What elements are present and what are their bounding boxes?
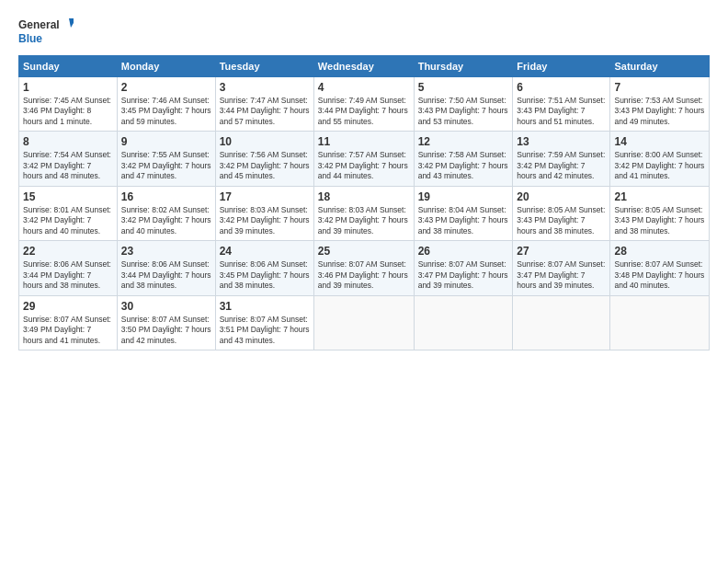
day-number: 9 <box>121 135 211 148</box>
day-info: Sunrise: 7:59 AM Sunset: 3:42 PM Dayligh… <box>517 150 606 181</box>
day-cell: 31Sunrise: 8:07 AM Sunset: 3:51 PM Dayli… <box>215 295 313 350</box>
day-cell: 4Sunrise: 7:49 AM Sunset: 3:44 PM Daylig… <box>313 77 414 132</box>
day-cell: 17Sunrise: 8:03 AM Sunset: 3:42 PM Dayli… <box>215 186 313 240</box>
day-cell: 14Sunrise: 8:00 AM Sunset: 3:42 PM Dayli… <box>610 132 710 186</box>
day-cell: 5Sunrise: 7:50 AM Sunset: 3:43 PM Daylig… <box>414 77 513 132</box>
day-cell <box>313 295 414 350</box>
day-cell: 16Sunrise: 8:02 AM Sunset: 3:42 PM Dayli… <box>117 186 215 240</box>
day-info: Sunrise: 8:06 AM Sunset: 3:45 PM Dayligh… <box>220 259 310 291</box>
svg-marker-2 <box>69 18 74 28</box>
day-info: Sunrise: 8:06 AM Sunset: 3:44 PM Dayligh… <box>23 259 113 291</box>
day-number: 14 <box>614 135 705 148</box>
day-number: 27 <box>517 245 606 258</box>
day-info: Sunrise: 7:45 AM Sunset: 3:46 PM Dayligh… <box>23 96 113 127</box>
day-info: Sunrise: 8:05 AM Sunset: 3:43 PM Dayligh… <box>614 205 705 236</box>
day-number: 12 <box>418 135 509 148</box>
day-info: Sunrise: 7:55 AM Sunset: 3:42 PM Dayligh… <box>121 150 211 181</box>
day-number: 16 <box>121 190 211 203</box>
day-number: 2 <box>121 81 211 94</box>
header-row: SundayMondayTuesdayWednesdayThursdayFrid… <box>19 56 710 77</box>
day-cell: 21Sunrise: 8:05 AM Sunset: 3:43 PM Dayli… <box>610 186 710 240</box>
day-cell: 24Sunrise: 8:06 AM Sunset: 3:45 PM Dayli… <box>215 241 313 295</box>
day-cell: 15Sunrise: 8:01 AM Sunset: 3:42 PM Dayli… <box>19 186 118 240</box>
header: General Blue <box>18 15 710 48</box>
day-cell: 7Sunrise: 7:53 AM Sunset: 3:43 PM Daylig… <box>610 77 710 132</box>
day-number: 15 <box>23 190 113 203</box>
col-header-saturday: Saturday <box>610 56 710 77</box>
day-cell: 6Sunrise: 7:51 AM Sunset: 3:43 PM Daylig… <box>513 77 610 132</box>
week-row-1: 1Sunrise: 7:45 AM Sunset: 3:46 PM Daylig… <box>19 77 710 132</box>
day-cell: 1Sunrise: 7:45 AM Sunset: 3:46 PM Daylig… <box>19 77 118 132</box>
day-number: 11 <box>318 135 410 148</box>
day-info: Sunrise: 7:57 AM Sunset: 3:42 PM Dayligh… <box>318 150 410 181</box>
day-number: 17 <box>220 190 310 203</box>
day-info: Sunrise: 8:02 AM Sunset: 3:42 PM Dayligh… <box>121 205 211 236</box>
day-cell: 27Sunrise: 8:07 AM Sunset: 3:47 PM Dayli… <box>513 241 610 295</box>
day-info: Sunrise: 8:07 AM Sunset: 3:47 PM Dayligh… <box>517 259 606 291</box>
day-info: Sunrise: 7:46 AM Sunset: 3:45 PM Dayligh… <box>121 96 211 127</box>
day-cell: 30Sunrise: 8:07 AM Sunset: 3:50 PM Dayli… <box>117 295 215 350</box>
day-info: Sunrise: 8:07 AM Sunset: 3:46 PM Dayligh… <box>318 259 410 291</box>
day-info: Sunrise: 8:07 AM Sunset: 3:49 PM Dayligh… <box>23 315 113 346</box>
page: General Blue SundayMondayTuesdayWednesda… <box>0 0 728 563</box>
day-info: Sunrise: 8:04 AM Sunset: 3:43 PM Dayligh… <box>418 205 509 236</box>
day-cell: 11Sunrise: 7:57 AM Sunset: 3:42 PM Dayli… <box>313 132 414 186</box>
day-number: 1 <box>23 81 113 94</box>
calendar-table: SundayMondayTuesdayWednesdayThursdayFrid… <box>18 55 710 350</box>
day-number: 18 <box>318 190 410 203</box>
day-info: Sunrise: 7:51 AM Sunset: 3:43 PM Dayligh… <box>517 96 606 127</box>
day-number: 13 <box>517 135 606 148</box>
day-cell: 22Sunrise: 8:06 AM Sunset: 3:44 PM Dayli… <box>19 241 118 295</box>
col-header-tuesday: Tuesday <box>215 56 313 77</box>
day-number: 30 <box>121 300 211 313</box>
day-cell: 9Sunrise: 7:55 AM Sunset: 3:42 PM Daylig… <box>117 132 215 186</box>
day-number: 21 <box>614 190 705 203</box>
day-number: 19 <box>418 190 509 203</box>
col-header-monday: Monday <box>117 56 215 77</box>
week-row-4: 22Sunrise: 8:06 AM Sunset: 3:44 PM Dayli… <box>19 241 710 295</box>
day-info: Sunrise: 7:53 AM Sunset: 3:43 PM Dayligh… <box>614 96 705 127</box>
day-number: 10 <box>220 135 310 148</box>
day-number: 3 <box>220 81 310 94</box>
day-info: Sunrise: 7:58 AM Sunset: 3:42 PM Dayligh… <box>418 150 509 181</box>
day-cell: 20Sunrise: 8:05 AM Sunset: 3:43 PM Dayli… <box>513 186 610 240</box>
day-number: 5 <box>418 81 509 94</box>
day-number: 29 <box>23 300 113 313</box>
day-info: Sunrise: 8:00 AM Sunset: 3:42 PM Dayligh… <box>614 150 705 181</box>
col-header-thursday: Thursday <box>414 56 513 77</box>
week-row-3: 15Sunrise: 8:01 AM Sunset: 3:42 PM Dayli… <box>19 186 710 240</box>
day-number: 7 <box>614 81 705 94</box>
day-number: 20 <box>517 190 606 203</box>
day-cell: 18Sunrise: 8:03 AM Sunset: 3:42 PM Dayli… <box>313 186 414 240</box>
day-cell: 12Sunrise: 7:58 AM Sunset: 3:42 PM Dayli… <box>414 132 513 186</box>
day-number: 6 <box>517 81 606 94</box>
day-info: Sunrise: 8:07 AM Sunset: 3:50 PM Dayligh… <box>121 315 211 346</box>
day-cell: 25Sunrise: 8:07 AM Sunset: 3:46 PM Dayli… <box>313 241 414 295</box>
day-info: Sunrise: 7:54 AM Sunset: 3:42 PM Dayligh… <box>23 150 113 181</box>
day-cell <box>610 295 710 350</box>
day-cell: 3Sunrise: 7:47 AM Sunset: 3:44 PM Daylig… <box>215 77 313 132</box>
day-cell: 2Sunrise: 7:46 AM Sunset: 3:45 PM Daylig… <box>117 77 215 132</box>
day-number: 22 <box>23 245 113 258</box>
day-info: Sunrise: 7:50 AM Sunset: 3:43 PM Dayligh… <box>418 96 509 127</box>
day-info: Sunrise: 7:47 AM Sunset: 3:44 PM Dayligh… <box>220 96 310 127</box>
svg-text:General: General <box>18 18 60 31</box>
day-info: Sunrise: 8:03 AM Sunset: 3:42 PM Dayligh… <box>220 205 310 236</box>
day-info: Sunrise: 8:05 AM Sunset: 3:43 PM Dayligh… <box>517 205 606 236</box>
week-row-5: 29Sunrise: 8:07 AM Sunset: 3:49 PM Dayli… <box>19 295 710 350</box>
day-number: 24 <box>220 245 310 258</box>
day-cell: 19Sunrise: 8:04 AM Sunset: 3:43 PM Dayli… <box>414 186 513 240</box>
day-number: 28 <box>614 245 705 258</box>
week-row-2: 8Sunrise: 7:54 AM Sunset: 3:42 PM Daylig… <box>19 132 710 186</box>
day-cell <box>513 295 610 350</box>
day-info: Sunrise: 8:06 AM Sunset: 3:44 PM Dayligh… <box>121 259 211 291</box>
day-info: Sunrise: 8:03 AM Sunset: 3:42 PM Dayligh… <box>318 205 410 236</box>
day-info: Sunrise: 8:07 AM Sunset: 3:48 PM Dayligh… <box>614 259 705 291</box>
logo-svg: General Blue <box>18 15 74 48</box>
col-header-sunday: Sunday <box>19 56 118 77</box>
day-cell: 8Sunrise: 7:54 AM Sunset: 3:42 PM Daylig… <box>19 132 118 186</box>
day-number: 4 <box>318 81 410 94</box>
day-number: 25 <box>318 245 410 258</box>
day-number: 31 <box>220 300 310 313</box>
day-cell: 26Sunrise: 8:07 AM Sunset: 3:47 PM Dayli… <box>414 241 513 295</box>
